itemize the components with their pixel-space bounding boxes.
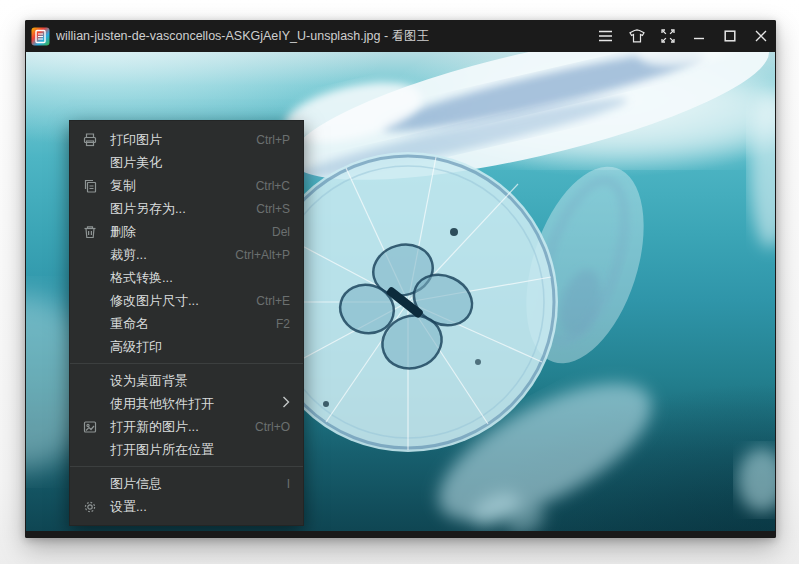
close-icon (755, 30, 767, 42)
menu-item-icon-empty (81, 269, 98, 286)
menu-item-label: 打开图片所在位置 (110, 441, 214, 459)
menu-item-shortcut: I (273, 477, 290, 491)
menu-item-6[interactable]: 裁剪...Ctrl+Alt+P (70, 243, 303, 266)
menu-item-16[interactable]: 设置... (70, 495, 303, 518)
menu-item-1[interactable]: 打印图片Ctrl+P (70, 128, 303, 151)
titlebar-buttons (590, 20, 776, 52)
close-button[interactable] (745, 20, 776, 52)
menu-item-label: 图片美化 (110, 154, 162, 172)
menu-item-label: 删除 (110, 223, 136, 241)
app-window: willian-justen-de-vasconcellos-ASKGjAeIY… (25, 20, 776, 538)
minimize-icon (693, 30, 705, 42)
menu-item-shortcut: Ctrl+E (242, 294, 290, 308)
menu-item-icon-empty (81, 246, 98, 263)
menu-item-icon-empty (81, 475, 98, 492)
menu-item-label: 设为桌面背景 (110, 372, 188, 390)
menu-item-label: 打开新的图片... (110, 418, 199, 436)
menu-item-shortcut: Ctrl+S (242, 202, 290, 216)
submenu-arrow-icon (268, 396, 290, 411)
menu-item-2[interactable]: 图片美化 (70, 151, 303, 174)
menu-item-13[interactable]: 打开新的图片...Ctrl+O (70, 415, 303, 438)
desktop-stage: willian-justen-de-vasconcellos-ASKGjAeIY… (0, 0, 799, 564)
app-logo-icon (31, 27, 50, 46)
menu-separator (70, 466, 303, 467)
menu-item-8[interactable]: 修改图片尺寸...Ctrl+E (70, 289, 303, 312)
menu-item-icon-empty (81, 315, 98, 332)
menu-item-label: 裁剪... (110, 246, 147, 264)
menu-item-label: 重命名 (110, 315, 149, 333)
menu-item-3[interactable]: 复制Ctrl+C (70, 174, 303, 197)
menu-item-label: 使用其他软件打开 (110, 395, 214, 413)
menu-item-9[interactable]: 重命名F2 (70, 312, 303, 335)
menu-item-shortcut: F2 (262, 317, 290, 331)
maximize-button[interactable] (714, 20, 745, 52)
window-bottom-edge (25, 531, 776, 538)
menu-item-label: 修改图片尺寸... (110, 292, 199, 310)
menu-button[interactable] (590, 20, 621, 52)
menu-item-icon-empty (81, 292, 98, 309)
menu-item-shortcut: Del (258, 225, 290, 239)
menu-item-4[interactable]: 图片另存为...Ctrl+S (70, 197, 303, 220)
menu-item-label: 图片另存为... (110, 200, 186, 218)
menu-item-14[interactable]: 打开图片所在位置 (70, 438, 303, 461)
theme-skin-icon (629, 29, 645, 43)
menu-item-15[interactable]: 图片信息I (70, 472, 303, 495)
maximize-icon (724, 30, 736, 42)
fullscreen-button[interactable] (652, 20, 683, 52)
menu-item-shortcut: Ctrl+O (241, 420, 290, 434)
menu-item-10[interactable]: 高级打印 (70, 335, 303, 358)
menu-icon (598, 30, 613, 42)
menu-item-label: 高级打印 (110, 338, 162, 356)
menu-item-label: 打印图片 (110, 131, 162, 149)
menu-item-icon-empty (81, 441, 98, 458)
menu-item-icon-empty (81, 372, 98, 389)
menu-separator (70, 363, 303, 364)
menu-item-5[interactable]: 删除Del (70, 220, 303, 243)
gear-icon (81, 498, 98, 515)
titlebar[interactable]: willian-justen-de-vasconcellos-ASKGjAeIY… (25, 20, 776, 52)
menu-item-7[interactable]: 格式转换... (70, 266, 303, 289)
menu-item-icon-empty (81, 395, 98, 412)
menu-item-icon-empty (81, 338, 98, 355)
image-icon (81, 418, 98, 435)
menu-item-label: 设置... (110, 498, 147, 516)
menu-item-11[interactable]: 设为桌面背景 (70, 369, 303, 392)
menu-item-icon-empty (81, 154, 98, 171)
window-title: willian-justen-de-vasconcellos-ASKGjAeIY… (56, 28, 429, 45)
menu-item-12[interactable]: 使用其他软件打开 (70, 392, 303, 415)
printer-icon (81, 131, 98, 148)
menu-item-shortcut: Ctrl+Alt+P (221, 248, 290, 262)
menu-item-label: 图片信息 (110, 475, 162, 493)
menu-item-shortcut: Ctrl+C (242, 179, 290, 193)
menu-item-label: 格式转换... (110, 269, 173, 287)
photo-viewer-canvas[interactable]: 打印图片Ctrl+P图片美化复制Ctrl+C图片另存为...Ctrl+S删除De… (26, 52, 775, 531)
menu-item-label: 复制 (110, 177, 136, 195)
trash-icon (81, 223, 98, 240)
jellyfish-bottom-right (738, 448, 775, 512)
minimize-button[interactable] (683, 20, 714, 52)
context-menu: 打印图片Ctrl+P图片美化复制Ctrl+C图片另存为...Ctrl+S删除De… (69, 120, 304, 526)
theme-skin-button[interactable] (621, 20, 652, 52)
menu-item-icon-empty (81, 200, 98, 217)
menu-item-shortcut: Ctrl+P (242, 133, 290, 147)
fullscreen-icon (661, 29, 675, 43)
copy-icon (81, 177, 98, 194)
